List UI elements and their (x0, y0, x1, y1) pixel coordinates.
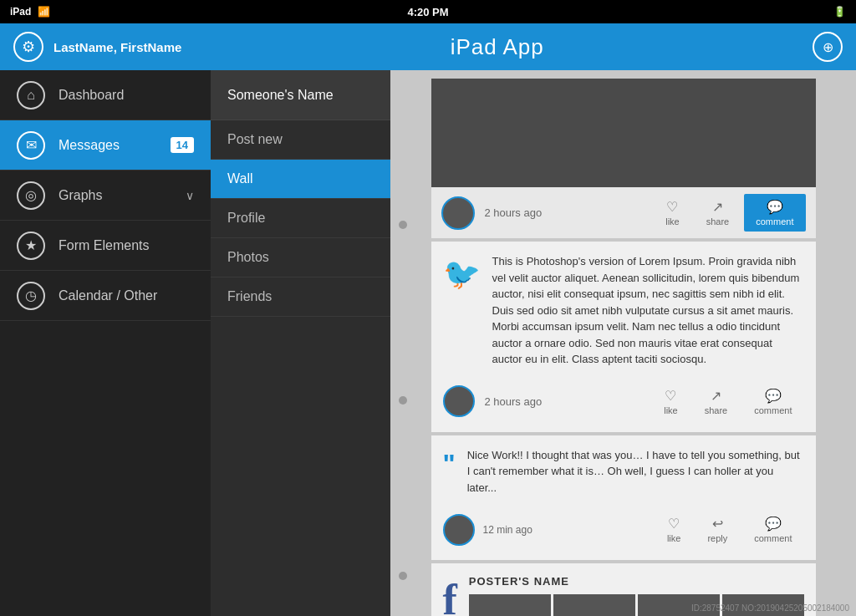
fb-grid-item-2 (553, 594, 635, 616)
quote-icon: " (443, 449, 456, 496)
messages-icon: ✉ (17, 131, 45, 160)
like-button-1[interactable]: ♡ like (654, 194, 691, 232)
share-icon: ↗ (712, 199, 723, 215)
sub-sidebar-header: Someone's Name (211, 70, 390, 120)
sub-sidebar: Someone's Name Post new Wall Profile Pho… (211, 70, 390, 616)
tweet-avatar (443, 385, 475, 417)
comment-label: comment (756, 216, 793, 227)
like-button-3[interactable]: ♡ like (655, 511, 693, 548)
comment-button-3[interactable]: 💬 comment (742, 511, 803, 548)
like-label-3: like (667, 533, 681, 543)
heart-icon-2: ♡ (665, 388, 676, 404)
post-avatar-1 (441, 196, 475, 230)
sidebar-label-messages: Messages (59, 138, 157, 153)
sidebar-item-graphs[interactable]: ◎ Graphs ∨ (0, 171, 211, 221)
sidebar-item-dashboard[interactable]: ⌂ Dashboard (0, 70, 211, 120)
comment-button-1[interactable]: 💬 comment (744, 194, 805, 232)
comment-icon: 💬 (767, 199, 783, 215)
home-icon: ⌂ (17, 81, 45, 109)
sub-item-profile[interactable]: Profile (211, 199, 390, 238)
search-button[interactable]: ⊕ (813, 32, 843, 62)
reply-button-3[interactable]: ↩ reply (696, 511, 739, 548)
sidebar-item-calendar-other[interactable]: ◷ Calendar / Other (0, 271, 211, 321)
tweet-actions: ♡ like ↗ share 💬 comment (652, 383, 803, 420)
main-layout: ⌂ Dashboard ✉ Messages 14 ◎ Graphs ∨ ★ F… (0, 70, 856, 616)
comment-button-2[interactable]: 💬 comment (742, 383, 803, 420)
fb-grid-item-1 (469, 594, 551, 616)
sidebar: ⌂ Dashboard ✉ Messages 14 ◎ Graphs ∨ ★ F… (0, 70, 211, 616)
watermark: ID:28752407 NO:20190425205002184000 (691, 603, 849, 613)
share-label: share (706, 216, 730, 227)
messages-badge: 14 (171, 137, 194, 153)
post-timestamp-1: 2 hours ago (485, 206, 655, 219)
post-image (431, 79, 816, 187)
post-footer-1: 2 hours ago ♡ like ↗ share 💬 comment (431, 187, 816, 238)
content-area[interactable]: 2 hours ago ♡ like ↗ share 💬 comment (390, 70, 856, 616)
comment-text: Nice Work!! I thought that was you… I ha… (467, 447, 804, 496)
sidebar-label-calendar-other: Calendar / Other (59, 288, 194, 303)
share-label-2: share (705, 405, 728, 415)
app-header: ⚙ LastName, FirstName iPad App ⊕ (0, 23, 856, 70)
facebook-icon: f (443, 575, 457, 616)
sidebar-label-graphs: Graphs (59, 188, 172, 203)
heart-icon: ♡ (666, 199, 678, 215)
tweet-inner: 🐦 This is Photoshop's version of Lorem I… (443, 253, 804, 368)
sidebar-item-form-elements[interactable]: ★ Form Elements (0, 221, 211, 271)
comment-label-2: comment (754, 405, 792, 415)
calendar-icon: ◷ (17, 282, 45, 310)
tweet-timestamp: 2 hours ago (485, 395, 653, 408)
gear-icon: ⚙ (22, 38, 35, 56)
status-bar: iPad 📶 4:20 PM 🔋 (0, 0, 856, 23)
sub-item-post-new[interactable]: Post new (211, 120, 390, 160)
sub-item-wall[interactable]: Wall (211, 160, 390, 199)
heart-icon-3: ♡ (668, 516, 680, 532)
twitter-icon: 🐦 (443, 257, 481, 368)
fb-poster-name: POSTER'S NAME (469, 575, 804, 588)
comment-avatar (443, 514, 475, 546)
reply-label-3: reply (707, 533, 727, 543)
comment-label-3: comment (754, 533, 792, 543)
post-actions-1: ♡ like ↗ share 💬 comment (654, 194, 805, 232)
comment-actions: ♡ like ↩ reply 💬 comment (655, 511, 804, 548)
scroll-indicator-top (399, 221, 407, 229)
comment-inner: " Nice Work!! I thought that was you… I … (443, 447, 804, 496)
settings-icon[interactable]: ⚙ (13, 32, 43, 62)
form-icon: ★ (17, 232, 45, 260)
comment-icon-3: 💬 (765, 516, 782, 532)
battery-icon: 🔋 (833, 6, 846, 18)
sidebar-label-form-elements: Form Elements (59, 238, 194, 253)
comment-footer: 12 min ago ♡ like ↩ reply 💬 comment (443, 504, 804, 548)
search-icon: ⊕ (823, 39, 833, 55)
comment-icon-2: 💬 (765, 388, 782, 404)
tweet-text: This is Photoshop's version of Lorem Ips… (492, 253, 804, 368)
tweet-footer: 2 hours ago ♡ like ↗ share 💬 comment (443, 376, 804, 420)
sub-item-photos[interactable]: Photos (211, 238, 390, 277)
post-card-comment: " Nice Work!! I thought that was you… I … (431, 435, 816, 561)
share-icon-2: ↗ (711, 388, 721, 404)
post-card-tweet: 🐦 This is Photoshop's version of Lorem I… (431, 242, 816, 432)
feed: 2 hours ago ♡ like ↗ share 💬 comment (431, 70, 816, 616)
post-card-1: 2 hours ago ♡ like ↗ share 💬 comment (431, 79, 816, 238)
like-label-2: like (664, 405, 678, 415)
share-button-1[interactable]: ↗ share (695, 194, 741, 232)
status-right: 🔋 (833, 6, 846, 18)
app-title: iPad App (181, 34, 813, 60)
status-left: iPad 📶 (10, 6, 50, 18)
scroll-indicator-mid (399, 396, 407, 405)
scroll-indicator-bottom (399, 572, 407, 580)
status-time: 4:20 PM (407, 6, 448, 18)
sub-item-friends[interactable]: Friends (211, 277, 390, 317)
ipad-label: iPad (10, 6, 31, 18)
header-username: LastName, FirstName (54, 40, 181, 54)
like-label: like (665, 216, 680, 227)
reply-icon: ↩ (712, 516, 723, 532)
chevron-down-icon: ∨ (186, 189, 194, 202)
share-button-2[interactable]: ↗ share (693, 383, 740, 420)
sidebar-item-messages[interactable]: ✉ Messages 14 (0, 120, 211, 171)
header-left: ⚙ LastName, FirstName (13, 32, 181, 62)
sidebar-label-dashboard: Dashboard (59, 88, 194, 103)
comment-timestamp: 12 min ago (483, 524, 655, 536)
like-button-2[interactable]: ♡ like (652, 383, 690, 420)
graphs-icon: ◎ (17, 181, 45, 210)
wifi-icon: 📶 (38, 6, 50, 18)
